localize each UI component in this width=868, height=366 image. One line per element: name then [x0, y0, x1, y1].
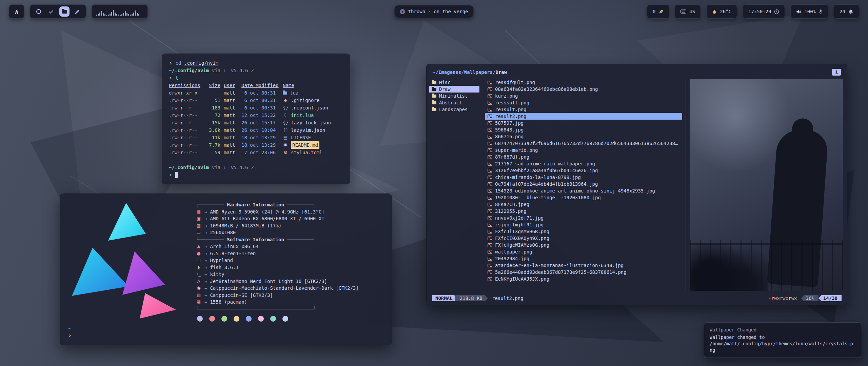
arrow-icon: → — [204, 257, 207, 264]
file-list-item[interactable]: 8FKa7Cu.jpeg — [485, 201, 682, 208]
file-name: .gitignore — [291, 97, 319, 104]
file-name: lazy-lock.json — [291, 119, 331, 126]
file-list-item[interactable]: chica-mirando-la-luna-8799.jpg — [485, 174, 682, 181]
spec-icon: ▦ — [196, 208, 202, 216]
file-owner: matt — [224, 104, 238, 111]
keyboard-layout-widget[interactable]: US — [675, 4, 701, 19]
file-name-cell: lua — [283, 89, 343, 97]
file-list-item[interactable]: FXfcII0X0AQyn9X.png — [485, 235, 682, 242]
file-type-icon: {} — [283, 126, 288, 134]
temperature-widget[interactable]: 26°C — [706, 4, 737, 19]
spec-value: AMD Ryzen 9 5900X (24) @ 4.9GHz [61.3°C] — [210, 208, 324, 216]
file-list-item[interactable]: re1sult.png — [485, 106, 682, 113]
file-list-item[interactable]: super-mario.png — [485, 147, 682, 154]
header-size: Size — [205, 82, 220, 89]
file-list-item[interactable]: 217167-sad-anime-rain-wallpaper.png — [485, 160, 682, 167]
workspace-button[interactable] — [46, 6, 57, 17]
workspace-button[interactable] — [72, 6, 82, 17]
file-list-item[interactable]: 68747470733a2f2f696d616765732d7769786d70… — [485, 140, 682, 147]
visualizer-bar — [96, 15, 97, 16]
file-list-item[interactable]: FXfcJlTXgAMvH6R.png — [485, 228, 682, 235]
folder-icon — [432, 81, 436, 84]
ls-output: drwxr-xr-x - matt 6 oct 00:31 lua .rw-r-… — [169, 89, 343, 156]
file-list-item[interactable]: 19201080-__blue-tinge__-1920×1080.jpg — [485, 194, 682, 201]
file-name-cell: {} lazy-lock.json — [283, 119, 343, 126]
spec-value: Hyprland — [210, 257, 233, 264]
folder-item[interactable]: Draw — [429, 86, 479, 93]
file-size: 72 — [205, 111, 220, 119]
palette-dot — [282, 316, 288, 322]
clock-widget[interactable]: 17:50:29 — [743, 4, 785, 19]
file-list-item[interactable]: EeNKYgIUcAAJ5JX.png — [485, 276, 682, 282]
file-list-item[interactable]: 596848.jpg — [485, 126, 682, 133]
top-bar-center: thrown - on the verge — [394, 5, 474, 18]
fetch-info: ┌─────────Hardware Information─────────┐… — [196, 200, 359, 325]
file-list-item[interactable]: 866715.png — [485, 133, 682, 140]
box-border: ┌───────── — [196, 202, 224, 207]
launcher-button[interactable]: ∧ — [9, 4, 24, 19]
file-list-item[interactable]: result2.png — [485, 113, 682, 120]
ls-row: .rw-r--r-- 7,7k matt 18 oct 13:29 ▣ READ… — [169, 141, 343, 149]
file-list-item[interactable]: 0c794faf07de24a4db4d4fb1eb813964.jpg — [485, 181, 682, 187]
file-list-item[interactable]: rsjqojlmjhf91.jpg — [485, 221, 682, 228]
file-list-item[interactable]: nnvuv0xj2df71.jpg — [485, 215, 682, 221]
file-name: 68747470733a2f2f696d616765732d7769786d70… — [495, 141, 679, 146]
folder-item[interactable]: Misc — [429, 79, 479, 86]
volume-widget[interactable]: 100% — [790, 4, 828, 19]
file-list-item[interactable]: 154928-odinokoe_anime-art-anime-okno-sin… — [485, 187, 682, 194]
cwd-path: ~/.config/nvim — [169, 164, 209, 171]
image-file-icon — [488, 196, 492, 200]
prompt-line[interactable]: › — [169, 171, 343, 179]
file-name: 5a266e448add93deab367d87173e9f25-6837886… — [495, 269, 627, 275]
file-name: 8FKa7Cu.jpeg — [495, 202, 529, 207]
spec-icon: ▥ — [196, 222, 202, 229]
spec-value: Catppuccin-Macchiato-Standard-Lavender-D… — [210, 285, 358, 292]
spec-icon: ▣ — [196, 215, 202, 222]
file-size: 3,0k — [205, 126, 220, 134]
visualizer-bar — [132, 14, 133, 16]
file-owner: matt — [224, 119, 238, 126]
file-list-item[interactable]: 3126f7e9bbf21a8a4af0b67b041c6e26.jpg — [485, 167, 682, 174]
file-list-item[interactable]: 08a634fa02a32364f69ebc86a98eb1eb.png — [485, 86, 682, 93]
spec-line: ▦ → AMD Ryzen 9 5900X (24) @ 4.9GHz [61.… — [196, 208, 359, 216]
file-name: LICENSE — [291, 134, 311, 141]
folder-icon — [432, 108, 436, 111]
breadcrumb-parent: ~/Imagenes/Wallpapers/ — [433, 69, 495, 75]
file-name: EeNKYgIUcAAJ5JX.png — [495, 276, 549, 282]
file-list-item[interactable]: 587597.jpg — [485, 120, 682, 126]
file-list-item[interactable]: atardecer-en-la-montanas-ilustracion-634… — [485, 262, 682, 269]
file-list-item[interactable]: resssult.png — [485, 99, 682, 106]
file-date: 18 oct 13:29 — [241, 134, 279, 141]
file-list-item[interactable]: wallpaper.png — [485, 248, 682, 255]
workspace-button[interactable] — [59, 6, 70, 17]
file-name: FXfcJlTXgAMvH6R.png — [495, 229, 549, 234]
file-list-item[interactable]: FXfcHgcWIAMzs0G.png — [485, 242, 682, 248]
file-list-item[interactable]: kurz.png — [485, 93, 682, 99]
notifications-widget[interactable]: 24 — [834, 4, 859, 19]
spec-value: JetBrainsMono Nerd Font Light 10 [GTK2/3… — [210, 278, 327, 285]
folder-item[interactable]: Landscapes — [429, 106, 479, 113]
file-list-item[interactable]: ressdfgult.png — [485, 79, 682, 86]
file-name: lazyvim.json — [291, 126, 325, 134]
workspace-button[interactable] — [34, 6, 44, 17]
header-user: User — [224, 82, 238, 89]
distro-logo — [68, 201, 180, 323]
file-list-item[interactable]: 3122955.png — [485, 208, 682, 215]
shell-prompt[interactable]: ~ › — [68, 325, 383, 339]
folder-name: Draw — [439, 86, 451, 92]
file-list-item[interactable]: 5a266e448add93deab367d87173e9f25-6837886… — [485, 269, 682, 276]
spec-line: ◉ → Catppuccin-Macchiato-Standard-Lavend… — [196, 285, 359, 292]
folder-item[interactable]: Minimalist — [429, 93, 479, 99]
folder-item[interactable]: Abstract — [429, 99, 479, 106]
workspace-icon — [49, 9, 53, 13]
file-list-item[interactable]: 20492984.jpg — [485, 255, 682, 262]
header-name: Name — [283, 82, 343, 89]
updates-widget[interactable]: 0 — [647, 4, 669, 19]
file-name: resssult.png — [495, 100, 529, 105]
tab-indicator[interactable]: 1 — [832, 69, 841, 76]
file-list-item[interactable]: 87r687df.png — [485, 154, 682, 160]
music-widget[interactable]: thrown - on the verge — [394, 5, 474, 18]
workspace-icon — [36, 9, 41, 14]
notification-popup[interactable]: Wallpaper Changed Wallpaper changed to /… — [704, 322, 861, 358]
preview-plants — [690, 243, 768, 291]
